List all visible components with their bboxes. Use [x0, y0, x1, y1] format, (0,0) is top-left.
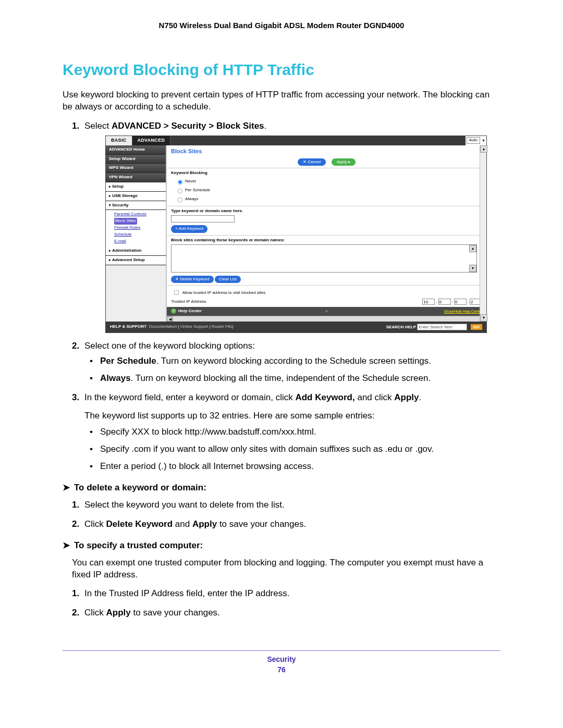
- step-2: 2. Select one of the keyword blocking op…: [63, 340, 500, 385]
- nav-vpn-wizard[interactable]: VPN Wizard: [106, 173, 166, 182]
- step-3-after: The keyword list supports up to 32 entri…: [84, 410, 500, 422]
- cancel-button[interactable]: Cancel: [298, 158, 326, 166]
- router-screenshot: BASIC ADVANCED Auto ▼ ADVANCED Home Setu…: [105, 135, 487, 333]
- nav-setup-wizard[interactable]: Setup Wizard: [106, 155, 166, 164]
- nav-wps-wizard[interactable]: WPS Wizard: [106, 164, 166, 173]
- help-icon: ?: [171, 309, 176, 314]
- page-title: Block Sites: [167, 145, 486, 157]
- subnav-email[interactable]: E-mail: [114, 238, 166, 245]
- horizontal-scrollbar[interactable]: ◀▶: [167, 316, 486, 322]
- block-list-header: Block sites containing these keywords or…: [171, 238, 482, 243]
- footer-online-link[interactable]: Online Support: [180, 324, 208, 329]
- tab-advanced[interactable]: ADVANCED: [132, 136, 171, 145]
- go-button[interactable]: GO: [471, 324, 482, 330]
- page-footer: Security 76: [63, 655, 500, 674]
- help-support-label: HELP & SUPPORT: [110, 324, 146, 329]
- step-3-pre: In the keyword field, enter a keyword or…: [84, 392, 295, 402]
- arrow-icon: ➤: [63, 482, 70, 493]
- chevron-down-icon[interactable]: ▼: [482, 138, 485, 143]
- section-title: Keyword Blocking of HTTP Traffic: [63, 61, 500, 79]
- task1-step1: 1.Select the keyword you want to delete …: [63, 499, 500, 511]
- step-2-bullet-1: Per Schedule. Turn on keyword blocking a…: [84, 355, 500, 367]
- step-1-post: .: [264, 121, 267, 131]
- apply-button[interactable]: Apply: [332, 158, 356, 166]
- trusted-ip-fields[interactable]: . . .: [422, 299, 482, 305]
- list-scroll-up-icon[interactable]: ▲: [469, 245, 476, 252]
- list-scroll-down-icon[interactable]: ▼: [469, 265, 476, 272]
- add-keyword-button[interactable]: Add Keyword: [171, 225, 207, 233]
- step-2-text: Select one of the keyword blocking optio…: [84, 341, 255, 351]
- step-3: 3. In the keyword field, enter a keyword…: [63, 392, 500, 473]
- clear-list-button[interactable]: Clear List: [215, 276, 241, 283]
- toggle-help-link[interactable]: Show/Hide Help Center: [444, 309, 482, 314]
- keyword-listbox[interactable]: ▲ ▼: [171, 244, 477, 273]
- keyword-input[interactable]: [171, 215, 235, 223]
- task-trusted-heading: ➤To specify a trusted computer:: [63, 540, 500, 551]
- router-footer: HELP & SUPPORT Documentation | Online Su…: [106, 322, 486, 332]
- main-panel: ▲▼ Block Sites Cancel Apply Keyword Bloc…: [166, 145, 486, 322]
- sidebar: ADVANCED Home Setup Wizard WPS Wizard VP…: [106, 145, 166, 322]
- nav-advanced-home[interactable]: ADVANCED Home: [106, 145, 166, 155]
- doc-header: N750 Wireless Dual Band Gigabit ADSL Mod…: [63, 21, 500, 30]
- type-keyword-header: Type keyword or domain name here.: [171, 208, 482, 214]
- ip-octet-1[interactable]: [422, 299, 435, 305]
- keyword-blocking-header: Keyword Blocking: [171, 170, 482, 176]
- search-help-label: SEARCH HELP: [386, 325, 416, 329]
- nav-advanced-setup[interactable]: Advanced Setup: [106, 256, 166, 265]
- tab-basic[interactable]: BASIC: [106, 136, 132, 145]
- chevron-up-icon[interactable]: ▲: [325, 309, 329, 314]
- step-3-bullet-2: Specify .com if you want to allow only s…: [84, 443, 500, 455]
- step-1-pre: Select: [84, 121, 112, 131]
- subnav-firewall[interactable]: Firewall Rules: [114, 225, 166, 231]
- footer-doc-link[interactable]: Documentation: [149, 324, 177, 329]
- step-1: 1. Select ADVANCED > Security > Block Si…: [63, 120, 500, 333]
- task1-step2: 2.Click Delete Keyword and Apply to save…: [63, 519, 500, 530]
- ip-octet-3[interactable]: [454, 299, 467, 305]
- subnav-parental[interactable]: Parental Controls: [114, 211, 166, 218]
- nav-administration[interactable]: Administration: [106, 246, 166, 256]
- task2-step2: 2.Click Apply to save your changes.: [63, 607, 500, 619]
- step-3-bullet-3: Enter a period (.) to block all Internet…: [84, 461, 500, 473]
- task2-intro: You can exempt one trusted computer from…: [63, 557, 500, 581]
- task2-step1: 1.In the Trusted IP Address field, enter…: [63, 588, 500, 600]
- step-2-bullet-2: Always. Turn on keyword blocking all the…: [84, 373, 500, 385]
- subnav-block-sites[interactable]: Block Sites: [114, 218, 137, 225]
- footer-section: Security: [267, 655, 296, 663]
- auto-dropdown[interactable]: Auto: [467, 137, 480, 144]
- footer-page-number: 76: [63, 665, 500, 674]
- nav-usb-storage[interactable]: USB Storage: [106, 192, 166, 201]
- allow-trusted-checkbox[interactable]: Allow trusted IP address to visit blocke…: [171, 290, 265, 295]
- radio-never[interactable]: Never: [174, 177, 482, 186]
- radio-per-schedule[interactable]: Per Schedule: [174, 186, 482, 194]
- ip-octet-2[interactable]: [438, 299, 451, 305]
- step-3-bullet-1: Specify XXX to block http://www.badstuff…: [84, 426, 500, 438]
- delete-keyword-button[interactable]: Delete Keyword: [171, 276, 214, 283]
- subnav-schedule[interactable]: Schedule: [114, 231, 166, 238]
- trusted-ip-label: Trusted IP Address: [171, 299, 422, 305]
- radio-always[interactable]: Always: [174, 195, 482, 203]
- nav-security[interactable]: Security: [106, 201, 166, 211]
- intro-paragraph: Use keyword blocking to prevent certain …: [63, 89, 500, 113]
- search-help-input[interactable]: [417, 324, 467, 330]
- nav-setup[interactable]: Setup: [106, 182, 166, 192]
- step-1-bold: ADVANCED > Security > Block Sites: [112, 121, 264, 131]
- help-center-bar[interactable]: ?Help Center ▲ Show/Hide Help Center: [167, 307, 486, 316]
- arrow-icon: ➤: [63, 540, 70, 551]
- vertical-scrollbar[interactable]: ▲▼: [480, 145, 486, 322]
- footer-faq-link[interactable]: Router FAQ: [212, 324, 234, 329]
- task-delete-heading: ➤To delete a keyword or domain:: [63, 482, 500, 493]
